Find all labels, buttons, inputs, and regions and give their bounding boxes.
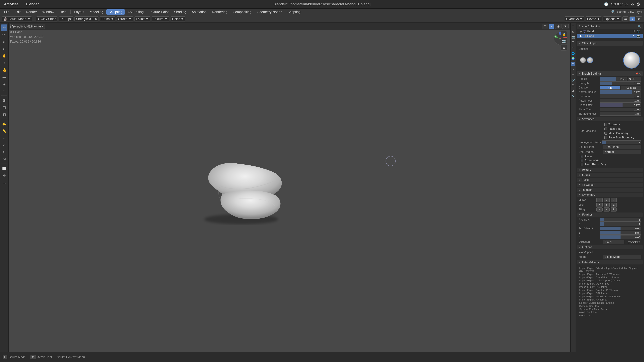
- plane-offset-slider[interactable]: 0.270: [600, 103, 641, 107]
- tool-pinch[interactable]: ⊕: [1, 38, 8, 45]
- plane-trim-slider[interactable]: 0.000: [600, 108, 641, 111]
- properties-icon[interactable]: ⚙: [571, 29, 575, 34]
- stroke-select[interactable]: Stroke ▼: [117, 16, 133, 21]
- world-icon[interactable]: 🌍: [571, 56, 575, 61]
- grid-btn[interactable]: ⊞: [561, 44, 567, 51]
- brush-thumb-2[interactable]: [587, 57, 593, 63]
- brush-thumb-1[interactable]: [580, 57, 586, 63]
- tab-layout[interactable]: Layout: [72, 9, 87, 14]
- tiling-x-btn[interactable]: X: [596, 207, 602, 212]
- tool-snake-hook[interactable]: ⌇: [1, 60, 8, 66]
- mirror-y-btn[interactable]: Y: [604, 198, 610, 202]
- radius-unit-select[interactable]: Scale: [628, 77, 641, 81]
- accumulate-check[interactable]: Accumulate: [577, 159, 643, 163]
- radius-z-slider[interactable]: 1: [600, 222, 641, 226]
- particle-icon[interactable]: ✦: [571, 67, 575, 71]
- tiling-y-btn[interactable]: Y: [604, 207, 610, 212]
- tool-face-sets[interactable]: ◧: [1, 111, 8, 118]
- radius-slider[interactable]: 53 px: [600, 77, 627, 81]
- tool-transform[interactable]: ↔: [1, 135, 8, 141]
- tab-rendering[interactable]: Rendering: [210, 9, 230, 14]
- outliner-item-hand-mesh[interactable]: ▶ ▽ Hand 👁 📷: [577, 29, 643, 34]
- face-sets-check[interactable]: Face Sets: [603, 127, 641, 131]
- brush-type-select[interactable]: Brush ▼: [100, 16, 115, 21]
- cursor-toggle[interactable]: ▼ Cursor: [577, 183, 643, 187]
- stroke-toggle[interactable]: ▶ Stroke: [577, 173, 643, 177]
- menu-edit[interactable]: Edit: [12, 9, 23, 14]
- front-faces-check[interactable]: Front Faces Only: [577, 163, 643, 167]
- power-icon[interactable]: ⏻: [636, 2, 640, 6]
- scene-icon[interactable]: 🌐: [571, 51, 575, 55]
- tab-uv-editing[interactable]: UV Editing: [126, 9, 146, 14]
- blender-menu-button[interactable]: Blender: [23, 0, 42, 8]
- cursor-checkbox[interactable]: [582, 184, 585, 186]
- visibility-icon[interactable]: 👁: [632, 30, 636, 33]
- remesh-toggle[interactable]: ▶ Remesh: [577, 188, 643, 192]
- tool-cursor[interactable]: ✛: [1, 172, 8, 179]
- radius-input[interactable]: R 53 px: [59, 16, 73, 21]
- tool-scale[interactable]: ⇲: [1, 156, 8, 162]
- search-icon[interactable]: 🔍: [611, 10, 616, 14]
- tool-measure[interactable]: 📏: [1, 128, 8, 134]
- brush-settings-header[interactable]: ▼ Brush Settings 📌 ⬡: [577, 71, 643, 76]
- tab-animation[interactable]: Animation: [189, 9, 209, 14]
- mesh-boundary-check[interactable]: Mesh Boundary: [603, 131, 641, 135]
- tool-draw[interactable]: ✏: [1, 24, 8, 31]
- scene-search-icon[interactable]: 🔍: [638, 25, 641, 28]
- mode-options-value[interactable]: Sculpt Mode: [603, 255, 641, 259]
- face-sets-boundary-check[interactable]: Face Sets Boundary: [603, 136, 641, 140]
- add-direction-btn[interactable]: Add: [600, 86, 620, 89]
- tab-scripting[interactable]: Scripting: [285, 9, 303, 14]
- mode-selector[interactable]: 🗿 Sculpt Mode ▼: [2, 16, 32, 21]
- radius-x-slider[interactable]: 1: [600, 218, 641, 222]
- sculpt-plane-value[interactable]: Area Plane: [603, 145, 641, 149]
- color-select[interactable]: Color ▼: [170, 16, 185, 21]
- symmetry-toggle[interactable]: ▼ Symmetry: [577, 193, 643, 197]
- material-icon[interactable]: ◕: [571, 88, 575, 93]
- render-icon[interactable]: 📷: [571, 35, 575, 39]
- falloff-select[interactable]: Falloff ▼: [134, 16, 150, 21]
- face-sets-boundary-checkbox[interactable]: [604, 136, 607, 139]
- filter-addons-toggle[interactable]: ▼ Filter Addons: [577, 260, 643, 265]
- overlays-btn[interactable]: Overlays ▼: [565, 16, 584, 21]
- tiling-z-btn[interactable]: Z: [611, 207, 617, 212]
- bs-pin-icon[interactable]: 📌: [636, 72, 638, 75]
- object-data-icon[interactable]: ◯: [571, 83, 575, 87]
- tool-extra[interactable]: …: [1, 179, 8, 186]
- tool-mask[interactable]: ◫: [1, 104, 8, 111]
- constraints-icon[interactable]: 🔗: [571, 78, 575, 82]
- brush-selector[interactable]: ● Clay Strips: [36, 16, 58, 21]
- options-btn[interactable]: Options ▼: [603, 16, 621, 21]
- shading-material[interactable]: ●: [630, 16, 635, 21]
- tab-shading[interactable]: Shading: [172, 9, 188, 14]
- camera-visibility-icon-2[interactable]: 📷: [636, 34, 640, 38]
- tool-fill[interactable]: ◈: [1, 81, 8, 87]
- tool-scrape[interactable]: ⌃: [1, 88, 8, 94]
- tool-grab[interactable]: ✋: [1, 53, 8, 59]
- bs-expand-icon[interactable]: ⬡: [639, 72, 641, 75]
- propagation-slider[interactable]: 1: [602, 140, 641, 144]
- menu-render[interactable]: Render: [24, 9, 40, 14]
- plane-check[interactable]: Plane: [577, 155, 643, 159]
- tab-sculpting[interactable]: Sculpting: [106, 9, 125, 14]
- tab-modeling[interactable]: Modeling: [88, 9, 106, 14]
- active-tool-icon[interactable]: ✏: [571, 62, 575, 66]
- dir-feather-value[interactable]: 4 to 4: [603, 240, 624, 244]
- menu-window[interactable]: Window: [40, 9, 56, 14]
- view-icon[interactable]: 👁: [571, 45, 575, 50]
- activities-button[interactable]: Activities: [0, 0, 23, 8]
- output-icon[interactable]: 🖼: [571, 40, 575, 44]
- settings-icon[interactable]: ⚙: [631, 2, 634, 6]
- lock-x-btn[interactable]: X: [596, 203, 602, 207]
- shading-rendered[interactable]: ◉: [636, 16, 642, 21]
- tool-multires[interactable]: ⊞: [1, 97, 8, 104]
- subtract-direction-btn[interactable]: Subtract: [621, 86, 641, 89]
- hardness-slider[interactable]: 0.000: [600, 94, 641, 98]
- advanced-toggle[interactable]: ▶ Advanced: [577, 117, 643, 121]
- texture-toggle[interactable]: ▶ Texture: [577, 168, 643, 172]
- mirror-z-btn[interactable]: Z: [611, 198, 617, 202]
- lock-z-btn[interactable]: Z: [611, 203, 617, 207]
- use-original-value[interactable]: Normal: [603, 150, 641, 154]
- front-faces-checkbox[interactable]: [580, 163, 583, 166]
- tab-texture-paint[interactable]: Texture Paint: [147, 9, 171, 14]
